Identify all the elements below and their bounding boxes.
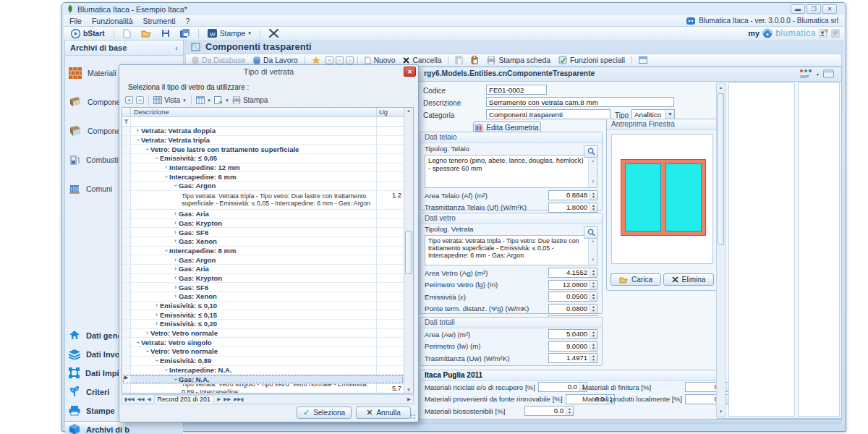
tree-leaf-row[interactable]: Tipo vetrata: Vetrata tripla - Tipo vetr…: [122, 191, 404, 210]
notes-icon[interactable]: [831, 29, 840, 38]
collapse-arrow-icon[interactable]: ›: [163, 247, 169, 254]
favorites-button[interactable]: [309, 56, 323, 65]
spinner-buttons[interactable]: ▲▼: [590, 330, 597, 339]
collapse-arrow-icon[interactable]: ›: [153, 155, 160, 161]
tree-group-row[interactable]: ›Gas: Argon: [122, 255, 404, 265]
spinner-buttons[interactable]: ▲▼: [590, 281, 597, 289]
tree-group-row[interactable]: ›Gas: Krypton: [122, 274, 404, 284]
collapse-arrow-icon[interactable]: ›: [135, 339, 141, 346]
elimina-button[interactable]: Elimina: [663, 273, 714, 286]
value-spinner[interactable]: 5.0400▲▼: [548, 329, 597, 339]
columns-button[interactable]: ▼: [196, 96, 211, 104]
collapse-sidebar-button[interactable]: ‹: [175, 43, 178, 52]
tipolog-telaio-memo[interactable]: Legno tenero (pino, abete, larice, dougl…: [425, 155, 597, 188]
tree-group-row[interactable]: ›Vetro: Vetro normale: [122, 347, 404, 357]
spinner-buttons[interactable]: ▲▼: [590, 292, 597, 301]
tree-leaf-row[interactable]: Tipo vetrata: Vetro singolo - Tipo vetro…: [122, 384, 404, 393]
tree-group-row[interactable]: ›Vetrata: Vetro singolo: [122, 338, 404, 347]
tree-group-row[interactable]: ›Emissività: ≤ 0,20: [122, 320, 404, 329]
collapse-arrow-icon[interactable]: ›: [163, 174, 169, 180]
tree-group-row[interactable]: ›Emissività: 0,89: [122, 357, 404, 366]
tab-componente-trasparente[interactable]: rgy6.Models.Entities.cnComponenteTraspar…: [424, 69, 595, 77]
expand-arrow-icon[interactable]: ›: [163, 164, 169, 171]
resize-grip[interactable]: [410, 414, 417, 420]
close-button[interactable]: ✕: [822, 4, 837, 14]
tree-group-row[interactable]: ›Gas: Krypton: [122, 219, 404, 229]
value-spinner[interactable]: 0.0▲▼: [685, 394, 734, 404]
value-spinner[interactable]: 1.8000▲▼: [548, 203, 597, 213]
seleziona-button[interactable]: ✓ Seleziona: [297, 407, 352, 419]
da-lavoro-button[interactable]: Da Lavoro: [250, 56, 301, 65]
value-spinner[interactable]: 0.0▲▼: [685, 382, 734, 392]
expand-arrow-icon[interactable]: ›: [172, 238, 179, 244]
menu-help[interactable]: ?: [185, 17, 190, 25]
expand-arrow-icon[interactable]: ›: [153, 302, 160, 309]
restore-button[interactable]: ❐: [807, 4, 821, 14]
tipolog-vetrata-memo[interactable]: Tipo vetrata: Vetrata tripla - Tipo vetr…: [425, 235, 597, 265]
menu-strumenti[interactable]: Strumenti: [143, 17, 176, 25]
tree-group-row[interactable]: ›Emissività: ≤ 0,05: [122, 154, 404, 163]
spinner-buttons[interactable]: ▲▼: [590, 191, 597, 200]
tipo-select[interactable]: Analitico ▼: [631, 109, 675, 119]
tree-group-row[interactable]: ›Vetro: Vetro normale: [122, 329, 404, 339]
collapse-arrow-icon[interactable]: ›: [144, 146, 150, 153]
value-spinner[interactable]: 0.0500▲▼: [548, 292, 597, 302]
expand-arrow-icon[interactable]: ›: [153, 320, 160, 327]
descrizione-column-header[interactable]: Descrizione: [131, 108, 377, 116]
ug-column-header[interactable]: Ug: [377, 108, 404, 116]
value-spinner[interactable]: 1.4971▲▼: [548, 353, 597, 363]
expand-all-button[interactable]: +: [125, 96, 133, 104]
window-layout-button[interactable]: [636, 56, 650, 64]
expand-arrow-icon[interactable]: ›: [172, 210, 179, 217]
memo-scrollbar[interactable]: ▲▼: [588, 156, 597, 187]
panel-scrollbar[interactable]: ▲ ▼: [716, 82, 726, 417]
save-all-button[interactable]: [177, 28, 192, 38]
tree-group-row[interactable]: ›Vetrata: Vetrata tripla: [122, 136, 404, 145]
tree-group-row[interactable]: ›Intercapedine: 8 mm: [122, 247, 404, 256]
smart-dropdown-arrow[interactable]: ▾: [817, 72, 819, 77]
dialog-close-button[interactable]: ✕: [404, 67, 416, 77]
funzioni-speciali-button[interactable]: Funzioni speciali: [556, 55, 628, 65]
collapse-arrow-icon[interactable]: ›: [172, 376, 179, 383]
expand-arrow-icon[interactable]: ›: [172, 275, 179, 281]
prev-page-button[interactable]: ◀◀: [137, 396, 145, 402]
expand-arrow-icon[interactable]: ›: [153, 312, 160, 318]
value-spinner[interactable]: 4.1552▲▼: [548, 268, 597, 278]
next-page-button[interactable]: ▶▶: [224, 396, 231, 402]
menu-file[interactable]: File: [69, 17, 82, 25]
last-record-button[interactable]: ▶▶▮: [234, 396, 244, 402]
nuovo-button[interactable]: Nuovo: [362, 56, 399, 65]
hscroll-right-button[interactable]: ▶: [407, 396, 411, 402]
expand-arrow-icon[interactable]: ›: [144, 330, 150, 336]
tree-group-row[interactable]: ›Gas: Xenon: [122, 237, 404, 247]
spinner-buttons[interactable]: ▲▼: [590, 305, 597, 313]
spinner-buttons[interactable]: ▲▼: [590, 203, 597, 212]
open-button[interactable]: [138, 28, 154, 38]
tree-group-row[interactable]: ›Intercapedine: 6 mm: [122, 172, 404, 182]
categoria-input[interactable]: Componenti trasparenti: [486, 109, 610, 119]
stampa-scheda-button[interactable]: Stampa scheda: [484, 56, 553, 65]
collapse-arrow-icon[interactable]: ›: [144, 348, 150, 354]
cancella-button[interactable]: Cancella: [400, 56, 444, 65]
expand-arrow-icon[interactable]: ›: [172, 229, 179, 236]
tree-group-row[interactable]: ›Vetrata: Vetrata doppia: [122, 127, 404, 136]
tree-group-row[interactable]: ›Gas: Aria: [122, 210, 404, 219]
paste-button[interactable]: [468, 55, 482, 65]
spinner-buttons[interactable]: ▲▼: [590, 268, 597, 277]
spinner-buttons[interactable]: ▲▼: [566, 407, 573, 415]
expand-arrow-icon[interactable]: ›: [172, 265, 179, 272]
menu-funzionalita[interactable]: Funzionalità: [92, 17, 133, 25]
export-button[interactable]: ▼: [214, 96, 229, 104]
tree-group-row[interactable]: ›Emissività: ≤ 0,15: [122, 310, 404, 320]
tree-group-row[interactable]: ▶›Gas: N.A.: [122, 375, 404, 384]
stampa-button[interactable]: Stampa: [232, 96, 268, 104]
annulla-button[interactable]: ✕ Annulla: [356, 407, 411, 419]
search-vetrata-button[interactable]: [584, 226, 598, 239]
new-file-button[interactable]: [120, 28, 134, 39]
tree-group-row[interactable]: ›Gas: Xenon: [122, 292, 404, 302]
next-record-button[interactable]: ▶: [217, 396, 221, 402]
value-spinner[interactable]: 0.0▲▼: [524, 406, 574, 416]
tree-group-row[interactable]: ›Emissività: ≤ 0,10: [122, 302, 404, 311]
collapse-all-button[interactable]: −: [136, 96, 144, 104]
codice-input[interactable]: FE01-0002: [486, 85, 547, 95]
